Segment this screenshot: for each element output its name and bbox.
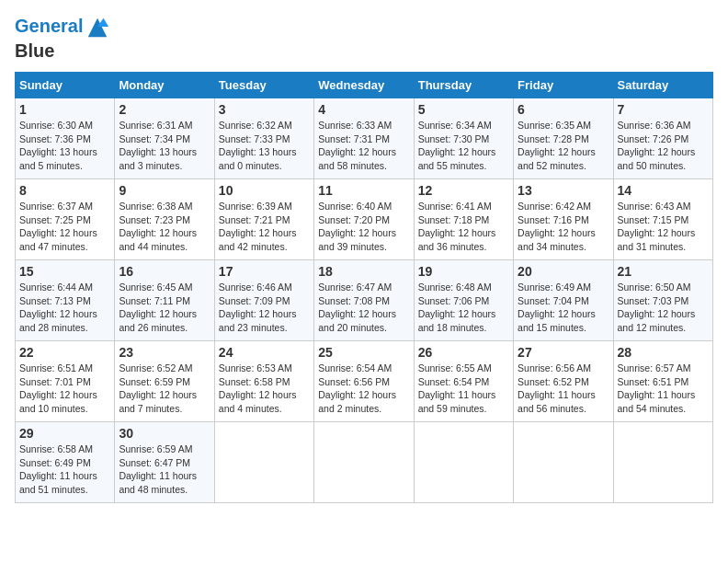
calendar-cell: 10Sunrise: 6:39 AMSunset: 7:21 PMDayligh… bbox=[214, 179, 313, 260]
calendar-cell: 21Sunrise: 6:50 AMSunset: 7:03 PMDayligh… bbox=[613, 260, 712, 341]
day-info: Sunrise: 6:38 AMSunset: 7:23 PMDaylight:… bbox=[119, 200, 210, 254]
day-info: Sunrise: 6:57 AMSunset: 6:51 PMDaylight:… bbox=[618, 362, 709, 416]
calendar-cell: 20Sunrise: 6:49 AMSunset: 7:04 PMDayligh… bbox=[514, 260, 613, 341]
calendar-cell: 29Sunrise: 6:58 AMSunset: 6:49 PMDayligh… bbox=[16, 422, 115, 503]
day-info: Sunrise: 6:42 AMSunset: 7:16 PMDaylight:… bbox=[518, 200, 609, 254]
calendar-cell: 9Sunrise: 6:38 AMSunset: 7:23 PMDaylight… bbox=[115, 179, 214, 260]
day-info: Sunrise: 6:53 AMSunset: 6:58 PMDaylight:… bbox=[219, 362, 310, 416]
day-info: Sunrise: 6:51 AMSunset: 7:01 PMDaylight:… bbox=[19, 362, 110, 416]
day-number: 12 bbox=[418, 183, 509, 198]
day-info: Sunrise: 6:49 AMSunset: 7:04 PMDaylight:… bbox=[518, 281, 609, 335]
logo: GeneralBlue bbox=[15, 15, 110, 61]
col-header-monday: Monday bbox=[115, 73, 214, 98]
day-number: 2 bbox=[119, 102, 210, 117]
calendar-cell: 25Sunrise: 6:54 AMSunset: 6:56 PMDayligh… bbox=[314, 341, 414, 422]
day-info: Sunrise: 6:43 AMSunset: 7:15 PMDaylight:… bbox=[618, 200, 709, 254]
day-number: 27 bbox=[518, 345, 609, 360]
calendar-cell: 24Sunrise: 6:53 AMSunset: 6:58 PMDayligh… bbox=[214, 341, 313, 422]
day-info: Sunrise: 6:35 AMSunset: 7:28 PMDaylight:… bbox=[518, 119, 609, 173]
day-number: 30 bbox=[119, 426, 210, 441]
day-number: 8 bbox=[19, 183, 110, 198]
day-info: Sunrise: 6:37 AMSunset: 7:25 PMDaylight:… bbox=[19, 200, 110, 254]
day-number: 21 bbox=[618, 264, 709, 279]
calendar-cell: 2Sunrise: 6:31 AMSunset: 7:34 PMDaylight… bbox=[115, 98, 214, 179]
day-info: Sunrise: 6:33 AMSunset: 7:31 PMDaylight:… bbox=[318, 119, 409, 173]
day-number: 5 bbox=[418, 102, 509, 117]
calendar-cell bbox=[414, 422, 513, 503]
day-number: 17 bbox=[219, 264, 310, 279]
day-number: 18 bbox=[318, 264, 409, 279]
col-header-saturday: Saturday bbox=[613, 73, 712, 98]
calendar-cell: 8Sunrise: 6:37 AMSunset: 7:25 PMDaylight… bbox=[16, 179, 115, 260]
day-info: Sunrise: 6:40 AMSunset: 7:20 PMDaylight:… bbox=[318, 200, 409, 254]
day-info: Sunrise: 6:45 AMSunset: 7:11 PMDaylight:… bbox=[119, 281, 210, 335]
col-header-friday: Friday bbox=[514, 73, 613, 98]
calendar-cell: 11Sunrise: 6:40 AMSunset: 7:20 PMDayligh… bbox=[314, 179, 414, 260]
logo-text: GeneralBlue bbox=[15, 15, 110, 61]
calendar-cell bbox=[514, 422, 613, 503]
day-number: 29 bbox=[19, 426, 110, 441]
day-number: 3 bbox=[219, 102, 310, 117]
day-info: Sunrise: 6:31 AMSunset: 7:34 PMDaylight:… bbox=[119, 119, 210, 173]
col-header-sunday: Sunday bbox=[16, 73, 115, 98]
day-number: 13 bbox=[518, 183, 609, 198]
day-info: Sunrise: 6:36 AMSunset: 7:26 PMDaylight:… bbox=[618, 119, 709, 173]
day-info: Sunrise: 6:32 AMSunset: 7:33 PMDaylight:… bbox=[219, 119, 310, 173]
day-number: 24 bbox=[219, 345, 310, 360]
calendar-cell: 6Sunrise: 6:35 AMSunset: 7:28 PMDaylight… bbox=[514, 98, 613, 179]
day-info: Sunrise: 6:58 AMSunset: 6:49 PMDaylight:… bbox=[19, 442, 110, 497]
day-info: Sunrise: 6:34 AMSunset: 7:30 PMDaylight:… bbox=[418, 119, 509, 173]
calendar-cell: 7Sunrise: 6:36 AMSunset: 7:26 PMDaylight… bbox=[613, 98, 712, 179]
calendar-cell: 16Sunrise: 6:45 AMSunset: 7:11 PMDayligh… bbox=[115, 260, 214, 341]
day-number: 26 bbox=[418, 345, 509, 360]
calendar-cell: 13Sunrise: 6:42 AMSunset: 7:16 PMDayligh… bbox=[514, 179, 613, 260]
day-number: 22 bbox=[19, 345, 110, 360]
day-number: 14 bbox=[618, 183, 709, 198]
calendar-cell: 28Sunrise: 6:57 AMSunset: 6:51 PMDayligh… bbox=[613, 341, 712, 422]
day-number: 15 bbox=[19, 264, 110, 279]
day-info: Sunrise: 6:47 AMSunset: 7:08 PMDaylight:… bbox=[318, 281, 409, 335]
day-number: 28 bbox=[618, 345, 709, 360]
day-number: 10 bbox=[219, 183, 310, 198]
day-number: 9 bbox=[119, 183, 210, 198]
day-number: 16 bbox=[119, 264, 210, 279]
calendar-cell: 3Sunrise: 6:32 AMSunset: 7:33 PMDaylight… bbox=[214, 98, 313, 179]
day-number: 4 bbox=[318, 102, 409, 117]
calendar-cell: 19Sunrise: 6:48 AMSunset: 7:06 PMDayligh… bbox=[414, 260, 513, 341]
day-number: 6 bbox=[518, 102, 609, 117]
day-info: Sunrise: 6:52 AMSunset: 6:59 PMDaylight:… bbox=[119, 362, 210, 416]
calendar-cell bbox=[613, 422, 712, 503]
day-info: Sunrise: 6:41 AMSunset: 7:18 PMDaylight:… bbox=[418, 200, 509, 254]
calendar-cell: 4Sunrise: 6:33 AMSunset: 7:31 PMDaylight… bbox=[314, 98, 414, 179]
calendar-cell: 18Sunrise: 6:47 AMSunset: 7:08 PMDayligh… bbox=[314, 260, 414, 341]
day-info: Sunrise: 6:56 AMSunset: 6:52 PMDaylight:… bbox=[518, 362, 609, 416]
day-info: Sunrise: 6:48 AMSunset: 7:06 PMDaylight:… bbox=[418, 281, 509, 335]
day-info: Sunrise: 6:54 AMSunset: 6:56 PMDaylight:… bbox=[318, 362, 409, 416]
calendar-cell: 26Sunrise: 6:55 AMSunset: 6:54 PMDayligh… bbox=[414, 341, 513, 422]
calendar-cell: 14Sunrise: 6:43 AMSunset: 7:15 PMDayligh… bbox=[613, 179, 712, 260]
day-info: Sunrise: 6:30 AMSunset: 7:36 PMDaylight:… bbox=[19, 119, 110, 173]
day-info: Sunrise: 6:55 AMSunset: 6:54 PMDaylight:… bbox=[418, 362, 509, 416]
day-info: Sunrise: 6:46 AMSunset: 7:09 PMDaylight:… bbox=[219, 281, 310, 335]
calendar-cell: 17Sunrise: 6:46 AMSunset: 7:09 PMDayligh… bbox=[214, 260, 313, 341]
day-number: 7 bbox=[618, 102, 709, 117]
day-number: 19 bbox=[418, 264, 509, 279]
calendar-cell: 30Sunrise: 6:59 AMSunset: 6:47 PMDayligh… bbox=[115, 422, 214, 503]
calendar-cell: 15Sunrise: 6:44 AMSunset: 7:13 PMDayligh… bbox=[16, 260, 115, 341]
day-info: Sunrise: 6:39 AMSunset: 7:21 PMDaylight:… bbox=[219, 200, 310, 254]
calendar-cell: 12Sunrise: 6:41 AMSunset: 7:18 PMDayligh… bbox=[414, 179, 513, 260]
day-info: Sunrise: 6:44 AMSunset: 7:13 PMDaylight:… bbox=[19, 281, 110, 335]
calendar-cell bbox=[314, 422, 414, 503]
calendar-cell: 1Sunrise: 6:30 AMSunset: 7:36 PMDaylight… bbox=[16, 98, 115, 179]
day-number: 23 bbox=[119, 345, 210, 360]
day-info: Sunrise: 6:59 AMSunset: 6:47 PMDaylight:… bbox=[119, 442, 210, 497]
calendar-cell: 5Sunrise: 6:34 AMSunset: 7:30 PMDaylight… bbox=[414, 98, 513, 179]
calendar-cell: 27Sunrise: 6:56 AMSunset: 6:52 PMDayligh… bbox=[514, 341, 613, 422]
day-number: 11 bbox=[318, 183, 409, 198]
day-info: Sunrise: 6:50 AMSunset: 7:03 PMDaylight:… bbox=[618, 281, 709, 335]
day-number: 1 bbox=[19, 102, 110, 117]
col-header-tuesday: Tuesday bbox=[214, 73, 313, 98]
calendar-cell: 23Sunrise: 6:52 AMSunset: 6:59 PMDayligh… bbox=[115, 341, 214, 422]
col-header-thursday: Thursday bbox=[414, 73, 513, 98]
day-number: 20 bbox=[518, 264, 609, 279]
